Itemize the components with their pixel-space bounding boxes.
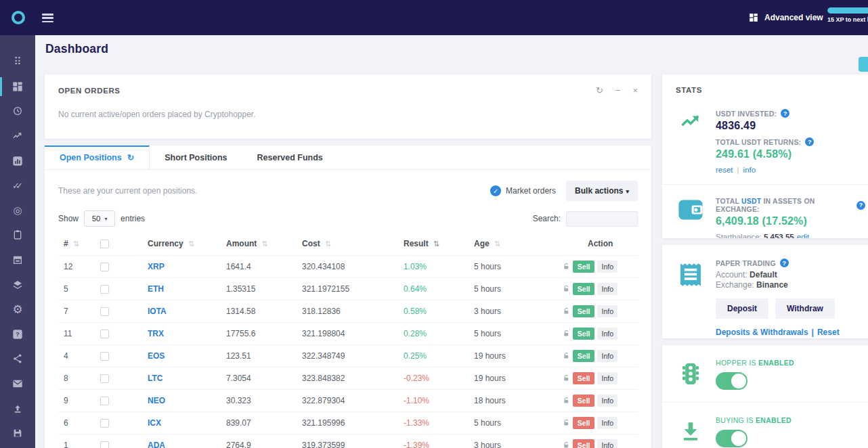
select-all-checkbox[interactable] — [100, 240, 109, 248]
row-checkbox[interactable] — [100, 263, 109, 271]
sell-button[interactable]: Sell — [573, 261, 595, 273]
help-badge-icon[interactable]: ? — [781, 109, 789, 118]
minimize-icon[interactable]: − — [615, 85, 621, 95]
advanced-view-button[interactable]: Advanced view — [749, 13, 823, 22]
lock-icon[interactable] — [563, 263, 570, 271]
sidebar-item-stats[interactable] — [0, 148, 35, 173]
sell-button[interactable]: Sell — [573, 417, 595, 429]
column-header-num[interactable]: #⇅ — [58, 233, 95, 256]
edit-link[interactable]: edit — [797, 233, 810, 238]
market-orders-toggle[interactable]: ✓ Market orders — [490, 185, 556, 196]
refresh-icon[interactable]: ↻ — [596, 85, 603, 95]
help-badge-icon[interactable]: ? — [805, 137, 814, 146]
search-input[interactable] — [566, 211, 638, 227]
currency-link[interactable]: IOTA — [148, 307, 167, 316]
currency-link[interactable]: LTC — [148, 374, 162, 383]
info-button[interactable]: Info — [597, 328, 617, 340]
sort-active-icon[interactable]: ⇅ — [433, 240, 439, 248]
lock-icon[interactable] — [563, 352, 570, 360]
tab-open-positions[interactable]: Open Positions↻ — [45, 145, 150, 169]
lock-icon[interactable] — [563, 374, 570, 382]
reset-link[interactable]: reset — [716, 166, 733, 174]
info-button[interactable]: Info — [597, 261, 617, 273]
reset-paper-link[interactable]: Reset — [817, 328, 840, 337]
deposits-withdrawals-link[interactable]: Deposits & Withdrawals — [716, 328, 808, 337]
row-checkbox[interactable] — [100, 419, 109, 428]
sidebar-item-trades[interactable]: ✓✓ — [0, 173, 35, 198]
currency-link[interactable]: ETH — [148, 284, 164, 294]
currency-link[interactable]: ICX — [148, 418, 161, 428]
sort-icon[interactable]: ⇅ — [188, 240, 194, 248]
lock-icon[interactable] — [563, 330, 570, 338]
lock-icon[interactable] — [563, 285, 570, 293]
sort-icon[interactable]: ⇅ — [73, 240, 79, 248]
deposit-button[interactable]: Deposit — [716, 298, 768, 319]
column-header-currency[interactable]: Currency⇅ — [142, 233, 221, 256]
row-checkbox[interactable] — [100, 397, 109, 405]
info-button[interactable]: Info — [597, 395, 617, 407]
sidebar-item-marketplace[interactable] — [0, 248, 35, 273]
sidebar-item-history[interactable] — [0, 99, 35, 124]
row-checkbox[interactable] — [100, 441, 109, 448]
close-icon[interactable]: × — [632, 85, 638, 95]
sell-button[interactable]: Sell — [573, 439, 595, 448]
currency-link[interactable]: XRP — [148, 262, 165, 271]
bulk-actions-button[interactable]: Bulk actions▾ — [566, 181, 638, 201]
row-checkbox[interactable] — [100, 330, 109, 338]
sidebar-item-save[interactable] — [0, 421, 35, 446]
sidebar-item-apps[interactable]: ⠿ — [0, 49, 35, 74]
page-size-select[interactable]: 50▾ — [84, 210, 115, 227]
info-button[interactable]: Info — [597, 305, 617, 317]
column-header-cost[interactable]: Cost⇅ — [297, 233, 398, 256]
sort-icon[interactable]: ⇅ — [261, 240, 267, 248]
column-header-age[interactable]: Age⇅ — [469, 233, 582, 256]
sell-button[interactable]: Sell — [573, 395, 595, 407]
info-button[interactable]: Info — [597, 417, 617, 429]
sort-icon[interactable]: ⇅ — [325, 240, 331, 248]
row-checkbox[interactable] — [100, 352, 109, 361]
help-badge-icon[interactable]: ? — [780, 259, 789, 267]
row-checkbox[interactable] — [100, 285, 109, 294]
column-header-result[interactable]: Result⇅ — [398, 233, 469, 256]
currency-link[interactable]: TRX — [148, 329, 164, 338]
lock-icon[interactable] — [563, 419, 570, 427]
sell-button[interactable]: Sell — [573, 305, 595, 317]
menu-toggle-icon[interactable] — [42, 14, 53, 24]
info-button[interactable]: Info — [597, 372, 617, 384]
sidebar-item-signals[interactable]: ◎ — [0, 198, 35, 223]
sell-button[interactable]: Sell — [573, 350, 595, 362]
sidebar-item-help[interactable]: ? — [0, 322, 35, 347]
sort-icon[interactable]: ⇅ — [494, 240, 500, 248]
row-checkbox[interactable] — [100, 374, 109, 383]
sell-button[interactable]: Sell — [573, 372, 595, 384]
edge-widget-button-partial[interactable] — [859, 57, 868, 72]
help-badge-icon[interactable]: ? — [856, 201, 865, 210]
buying-enabled-toggle[interactable] — [716, 430, 747, 447]
tab-reserved-funds[interactable]: Reserved Funds — [242, 145, 338, 169]
info-button[interactable]: Info — [597, 283, 617, 295]
currency-link[interactable]: EOS — [148, 351, 165, 361]
tab-short-positions[interactable]: Short Positions — [150, 145, 242, 169]
info-button[interactable]: Info — [597, 350, 617, 362]
sidebar-item-markets[interactable] — [0, 124, 35, 149]
sidebar-item-strategies[interactable] — [0, 223, 35, 248]
lock-icon[interactable] — [563, 441, 570, 448]
info-link[interactable]: info — [743, 166, 756, 174]
sidebar-item-share[interactable] — [0, 346, 35, 372]
sell-button[interactable]: Sell — [573, 328, 595, 340]
lock-icon[interactable] — [563, 397, 570, 405]
sidebar-item-messages[interactable] — [0, 372, 35, 397]
sell-button[interactable]: Sell — [573, 283, 595, 295]
row-checkbox[interactable] — [100, 307, 109, 316]
cryptohopper-logo-icon[interactable] — [12, 11, 25, 24]
withdraw-button[interactable]: Withdraw — [775, 298, 835, 319]
tab-refresh-icon[interactable]: ↻ — [127, 153, 134, 162]
currency-link[interactable]: ADA — [148, 441, 165, 448]
info-button[interactable]: Info — [597, 439, 617, 448]
sidebar-item-settings[interactable]: ⚙ — [0, 297, 35, 322]
hopper-enabled-toggle[interactable] — [716, 372, 747, 390]
sidebar-item-dashboard[interactable] — [0, 74, 35, 99]
column-header-amount[interactable]: Amount⇅ — [221, 233, 297, 256]
lock-icon[interactable] — [563, 307, 570, 315]
sidebar-item-templates[interactable] — [0, 272, 35, 297]
